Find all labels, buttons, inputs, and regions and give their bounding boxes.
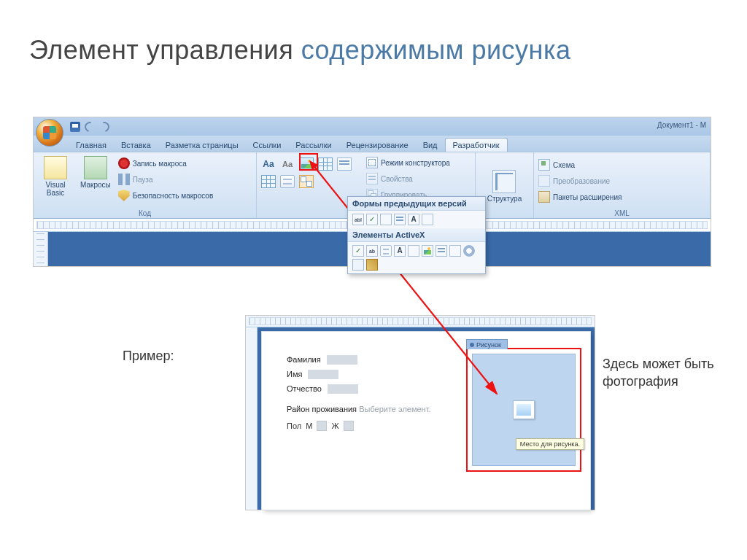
record-icon [118,158,130,169]
dropdown-control-icon[interactable] [337,158,352,171]
legacy-reset-icon[interactable] [422,214,433,225]
quick-access-toolbar: Документ1 - M [34,117,711,136]
picture-tab-dot-icon [470,343,474,347]
macros-icon [84,156,107,179]
save-icon[interactable] [70,122,80,132]
combo-control-icon[interactable] [318,158,333,171]
ribbon-tabs: Главная Вставка Разметка страницы Ссылки… [34,136,711,152]
activex-checkbox-icon[interactable] [352,245,364,257]
sex-f-label: Ж [331,421,338,430]
activex-toggle-icon[interactable] [352,259,364,271]
macro-security-button[interactable]: Безопасность макросов [118,188,214,203]
undo-icon[interactable] [82,120,96,133]
legacy-dropdown-icon[interactable] [380,214,392,225]
legacy-text-field-icon[interactable]: abl [352,214,364,225]
pause-recording-button[interactable]: Пауза [118,172,214,187]
transform-button[interactable]: Преобразование [538,174,705,188]
macros-button[interactable]: Макросы [76,155,115,190]
activex-row: ab [348,242,485,273]
patronymic-field[interactable] [328,384,358,394]
slide-title: Элемент управления содержимым рисунка [29,35,571,66]
tab-insert[interactable]: Вставка [114,139,158,152]
region-hint[interactable]: Выберите элемент. [359,405,430,413]
form-page: Фамилия Имя Отчество Район проживания Вы… [262,332,590,510]
form-vertical-ruler [246,327,258,510]
plain-text-control-icon[interactable]: Aa [280,158,295,171]
activex-textbox-icon[interactable]: ab [366,245,378,257]
group-code: Visual Basic Макросы Запись макроса Пауз… [34,152,257,218]
sex-label: Пол [287,421,301,430]
picture-control-tab[interactable]: Рисунок [466,339,508,349]
tab-pagelayout[interactable]: Разметка страницы [158,139,246,152]
legacy-shading-icon[interactable] [408,214,419,225]
legacy-tools-dropdown: Формы предыдущих версий abl Элементы Act… [347,196,486,274]
package-icon [538,191,550,203]
pause-icon [118,174,130,185]
group-xml: Схема Преобразование Пакеты расширения X… [534,152,711,218]
activex-label-icon[interactable] [394,245,406,257]
name-field[interactable] [308,370,338,379]
picture-content-control-icon[interactable] [299,158,314,171]
vertical-ruler [34,232,48,266]
sex-m-checkbox[interactable] [317,421,327,431]
properties-icon [366,173,378,184]
visual-basic-button[interactable]: Visual Basic [38,155,73,198]
activex-list-icon[interactable] [408,245,419,257]
form-example-screenshot: Фамилия Имя Отчество Район проживания Вы… [245,315,595,510]
title-part2: содержимым рисунка [301,35,571,65]
office-button[interactable] [36,119,63,147]
legacy-frame-icon[interactable] [394,214,406,225]
schema-icon [538,159,550,171]
tab-view[interactable]: Вид [416,139,445,152]
sex-m-label: М [306,421,312,430]
date-picker-control-icon[interactable] [261,175,276,188]
window-title: Документ1 - M [657,121,706,129]
region-label: Район проживания [287,405,357,413]
schema-button[interactable]: Схема [538,158,705,172]
sex-f-checkbox[interactable] [344,421,354,431]
tab-home[interactable]: Главная [69,139,114,152]
legacy-checkbox-icon[interactable] [366,214,378,225]
properties-button[interactable]: Свойства [366,171,450,186]
transform-icon [538,175,550,187]
tab-references[interactable]: Ссылки [246,139,289,152]
legacy-forms-header: Формы предыдущих версий [348,197,485,211]
visual-basic-icon [44,156,67,179]
macros-label: Макросы [80,181,111,189]
group-code-label: Код [34,209,256,217]
tab-developer[interactable]: Разработчик [445,138,508,152]
activex-combo-icon[interactable] [449,245,461,257]
picture-placeholder-icon [513,400,535,419]
rich-text-control-icon[interactable]: Aa [261,158,276,171]
legacy-tools-icon[interactable] [299,175,314,188]
redo-icon[interactable] [97,120,111,133]
building-block-control-icon[interactable] [280,175,295,188]
activex-scroll-icon[interactable] [436,245,447,257]
ribbon-body: Visual Basic Макросы Запись макроса Пауз… [34,152,711,219]
structure-button[interactable]: Структура [483,168,526,204]
design-mode-icon [366,157,378,168]
record-macro-button[interactable]: Запись макроса [118,156,214,171]
surname-field[interactable] [327,355,357,365]
title-part1: Элемент управления [29,35,301,65]
structure-icon [492,170,516,193]
picture-content-control[interactable]: Рисунок Место для рисунка. [466,348,581,472]
picture-tooltip: Место для рисунка. [516,438,584,450]
design-mode-button[interactable]: Режим конструктора [366,155,450,170]
activex-option-icon[interactable] [463,245,475,257]
tab-mailings[interactable]: Рассылки [288,139,338,152]
tab-review[interactable]: Рецензирование [339,139,416,152]
expansion-packs-button[interactable]: Пакеты расширения [538,190,705,204]
activex-more-icon[interactable] [366,259,378,271]
group-xml-label: XML [534,209,710,217]
surname-label: Фамилия [287,355,321,364]
shield-icon [118,190,130,201]
word-ribbon-screenshot: Документ1 - M Главная Вставка Разметка с… [33,117,711,267]
activex-image-icon[interactable] [422,245,433,257]
activex-header: Элементы ActiveX [348,228,485,242]
name-label: Имя [287,370,302,378]
example-caption: Здесь может быть фотография [603,355,719,391]
activex-button-icon[interactable] [380,245,392,257]
patronymic-label: Отчество [287,384,322,393]
legacy-forms-row: abl [348,211,485,228]
